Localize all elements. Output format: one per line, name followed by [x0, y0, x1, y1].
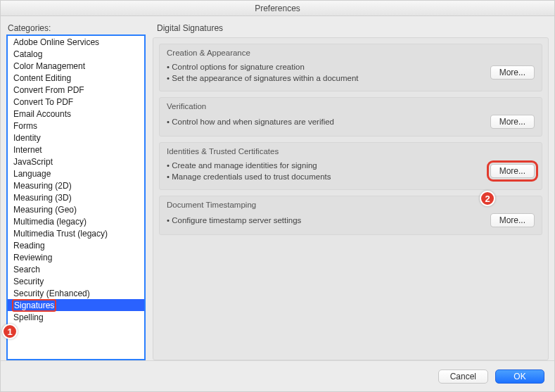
sidebar: Categories: Adobe Online ServicesCatalog…	[6, 22, 146, 360]
bullet-line: Configure timestamp server settings	[167, 215, 485, 226]
category-item[interactable]: Measuring (2D)	[8, 179, 144, 191]
category-item[interactable]: Identity	[8, 132, 144, 144]
annotation-2: 2	[480, 191, 495, 206]
category-item[interactable]: Measuring (Geo)	[8, 203, 144, 215]
group-description: Control options for signature creationSe…	[167, 61, 485, 84]
category-item[interactable]: Spelling	[8, 311, 144, 323]
category-item[interactable]: Measuring (3D)	[8, 191, 144, 203]
group-body: Configure timestamp server settingsMore.…	[167, 213, 535, 227]
group-title: Identities & Trusted Certificates	[167, 147, 535, 156]
category-item[interactable]: JavaScript	[8, 156, 144, 167]
category-item[interactable]: Content Editing	[8, 72, 144, 84]
more-button[interactable]: More...	[490, 164, 535, 178]
settings-group: Creation & AppearanceControl options for…	[159, 44, 542, 91]
group-description: Configure timestamp server settings	[167, 215, 485, 226]
category-item[interactable]: Forms	[8, 120, 144, 132]
category-item[interactable]: Reviewing	[8, 251, 144, 263]
settings-group: VerificationControl how and when signatu…	[159, 97, 542, 137]
category-item[interactable]: Catalog	[8, 48, 144, 60]
group-title: Creation & Appearance	[167, 49, 535, 57]
category-item[interactable]: Security (Enhanced)	[8, 287, 144, 299]
dialog-footer: Cancel OK	[1, 360, 554, 391]
category-item[interactable]: Multimedia (legacy)	[8, 215, 144, 227]
category-item[interactable]: Convert To PDF	[8, 96, 144, 108]
group-description: Create and manage identities for signing…	[167, 160, 485, 182]
category-item[interactable]: Signatures	[8, 299, 144, 311]
more-button[interactable]: More...	[490, 65, 535, 80]
more-button[interactable]: More...	[490, 213, 535, 227]
bullet-line: Control options for signature creation	[167, 61, 485, 72]
main-heading: Digital Signatures	[153, 22, 549, 37]
window-title: Preferences	[1, 1, 554, 16]
category-item[interactable]: Security	[8, 275, 144, 287]
category-item[interactable]: Email Accounts	[8, 108, 144, 120]
preferences-window: Preferences Categories: Adobe Online Ser…	[0, 0, 555, 392]
group-title: Verification	[167, 102, 535, 110]
group-body: Create and manage identities for signing…	[167, 160, 535, 182]
category-item[interactable]: Internet	[8, 144, 144, 156]
category-item[interactable]: Multimedia Trust (legacy)	[8, 227, 144, 239]
categories-list[interactable]: Adobe Online ServicesCatalogColor Manage…	[8, 36, 144, 359]
group-body: Control how and when signatures are veri…	[167, 115, 535, 129]
ok-button[interactable]: OK	[495, 369, 544, 384]
bullet-line: Create and manage identities for signing	[167, 160, 485, 171]
categories-box: Adobe Online ServicesCatalogColor Manage…	[6, 34, 146, 360]
categories-label: Categories:	[6, 22, 146, 34]
category-item[interactable]: Convert From PDF	[8, 84, 144, 96]
bullet-line: Set the appearance of signatures within …	[167, 72, 485, 84]
category-item[interactable]: Color Management	[8, 60, 144, 72]
more-button[interactable]: More...	[490, 115, 535, 129]
bullet-line: Manage credentials used to trust documen…	[167, 171, 485, 182]
category-item[interactable]: Language	[8, 167, 144, 179]
settings-group: Identities & Trusted CertificatesCreate …	[159, 142, 542, 190]
category-item[interactable]: Adobe Online Services	[8, 36, 144, 48]
cancel-button[interactable]: Cancel	[438, 369, 488, 384]
bullet-line: Control how and when signatures are veri…	[167, 116, 485, 127]
annotation-1: 1	[2, 324, 18, 339]
content-area: Categories: Adobe Online ServicesCatalog…	[1, 16, 554, 360]
group-description: Control how and when signatures are veri…	[167, 116, 485, 127]
category-item[interactable]: Search	[8, 263, 144, 275]
group-body: Control options for signature creationSe…	[167, 61, 535, 84]
category-item[interactable]: Reading	[8, 239, 144, 251]
group-title: Document Timestamping	[167, 201, 535, 209]
